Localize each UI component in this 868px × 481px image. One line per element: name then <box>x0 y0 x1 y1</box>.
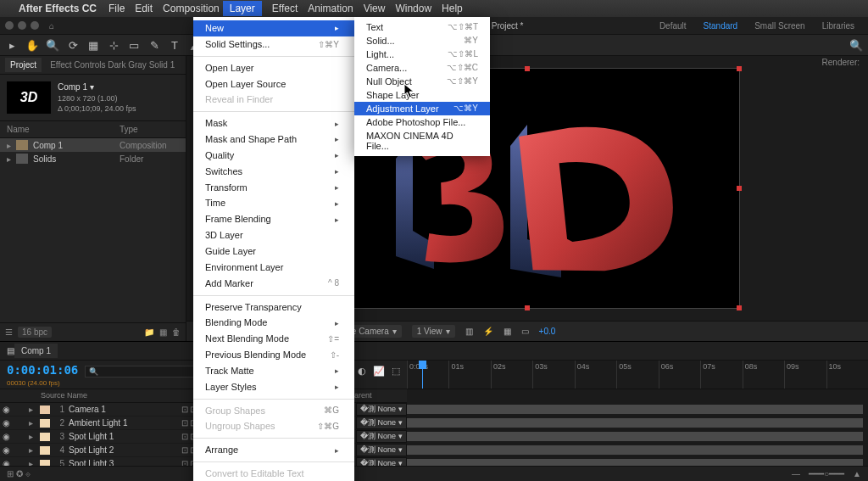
shape-tool-icon[interactable]: ▭ <box>127 38 141 52</box>
comp-thumbnail[interactable]: 3D <box>7 81 51 114</box>
zoom-in-icon[interactable]: ▲ <box>853 469 861 478</box>
zoom-tool-icon[interactable]: 🔍 <box>46 38 59 52</box>
exposure-value[interactable]: +0.0 <box>539 327 556 336</box>
menu-item[interactable]: Camera...⌥⇧⌘C <box>354 61 490 75</box>
menu-item[interactable]: Null Object⌥⇧⌘Y <box>354 75 490 88</box>
views-dd[interactable]: 1 View▾ <box>412 325 455 338</box>
home-icon[interactable]: ⌂ <box>49 21 54 31</box>
render-queue-icon[interactable]: ▤ <box>7 346 14 355</box>
transparency-icon[interactable]: ▦ <box>504 327 511 336</box>
menu-item[interactable]: Solid Settings...⇧⌘Y <box>193 36 354 53</box>
menu-item[interactable]: Shape Layer <box>354 88 490 102</box>
rotate-tool-icon[interactable]: ⟳ <box>66 38 80 52</box>
menubar-file[interactable]: File <box>108 3 125 14</box>
menubar-layer[interactable]: Layer <box>223 1 262 16</box>
col-type[interactable]: Type <box>120 125 179 134</box>
visibility-icon[interactable]: ◉ <box>0 418 12 428</box>
menu-item[interactable]: Track Matte <box>193 363 354 379</box>
menubar-effect[interactable]: Effect <box>272 3 298 14</box>
col-source[interactable]: Source Name <box>41 389 151 402</box>
menu-item[interactable]: Solid...⌘Y <box>354 34 490 48</box>
layer-row[interactable]: ◉ ▸ 5 Spot Light 3 ⊡ ⊡ �測 None ▾ <box>0 457 868 466</box>
menubar-edit[interactable]: Edit <box>135 3 153 14</box>
visibility-icon[interactable]: ◉ <box>0 432 12 441</box>
hand-tool-icon[interactable]: ✋ <box>25 38 39 52</box>
camera-tool-icon[interactable]: ▦ <box>86 38 100 52</box>
toggle-switches-icon[interactable]: ⊞ ✪ ⟐ <box>7 469 31 478</box>
menu-item[interactable]: Adjustment Layer⌥⌘Y <box>354 102 490 115</box>
ruler-tick: 0:00s <box>407 361 448 389</box>
panel-tab[interactable]: Project <box>5 58 42 72</box>
workspace-default[interactable]: Default <box>651 20 695 32</box>
menu-item[interactable]: Blending Mode <box>193 315 354 331</box>
workspace-libraries[interactable]: Libraries <box>814 20 863 32</box>
new-folder-icon[interactable]: 📁 <box>144 327 154 337</box>
current-timecode[interactable]: 0:00:01:06 <box>7 363 78 377</box>
zoom-slider[interactable]: ━━━○━━━ <box>809 469 844 478</box>
menubar-window[interactable]: Window <box>395 3 431 14</box>
pen-tool-icon[interactable]: ✎ <box>147 38 161 52</box>
menu-item[interactable]: Transform <box>193 180 354 196</box>
new-comp-icon[interactable]: ▦ <box>159 327 167 337</box>
fast-preview-icon[interactable]: ⚡ <box>483 327 493 336</box>
motion-blur-icon[interactable]: ◐ <box>358 366 366 377</box>
col-name[interactable]: Name <box>7 125 120 134</box>
layer-row[interactable]: ◉ ▸ 1 Camera 1 ⊡ ⊡ �測 None ▾ <box>0 403 868 417</box>
menu-item[interactable]: Guide Layer <box>193 243 354 260</box>
draft3d-icon[interactable]: ⬚ <box>392 366 400 377</box>
menu-item[interactable]: Mask and Shape Path <box>193 131 354 148</box>
layer-row[interactable]: ◉ ▸ 3 Spot Light 1 ⊡ ⊡ �測 None ▾ <box>0 430 868 444</box>
graph-icon[interactable]: 📈 <box>373 366 385 377</box>
visibility-icon[interactable]: ◉ <box>0 459 12 466</box>
menu-item[interactable]: Mask <box>193 115 354 131</box>
trash-icon[interactable]: 🗑 <box>172 327 181 337</box>
traffic-lights[interactable] <box>5 21 39 30</box>
region-icon[interactable]: ▭ <box>521 327 529 336</box>
menu-item[interactable]: New <box>193 20 354 36</box>
project-item[interactable]: ▸Comp 1Composition <box>0 138 186 152</box>
menu-item[interactable]: Next Blending Mode⇧= <box>193 331 354 347</box>
menu-item[interactable]: Quality <box>193 148 354 164</box>
menu-item[interactable]: Light...⌥⇧⌘L <box>354 48 490 61</box>
menu-item[interactable]: Adobe Photoshop File... <box>354 115 490 129</box>
search-icon[interactable]: 🔍 <box>849 38 863 52</box>
visibility-icon[interactable]: ◉ <box>0 405 12 414</box>
panel-tab[interactable]: Effect Controls Dark Gray Solid 1 <box>45 58 180 72</box>
workspace-small-screen[interactable]: Small Screen <box>746 20 813 32</box>
layer-row[interactable]: ◉ ▸ 2 Ambient Light 1 ⊡ ⊡ �測 None ▾ <box>0 417 868 430</box>
menu-item[interactable]: Open Layer Source <box>193 76 354 92</box>
current-time-indicator[interactable] <box>422 361 423 389</box>
timeline-tab[interactable]: Comp 1 <box>14 344 58 358</box>
menu-item[interactable]: Switches <box>193 164 354 180</box>
menu-item[interactable]: Environment Layer <box>193 260 354 276</box>
menu-item[interactable]: Add Marker^ 8 <box>193 276 354 292</box>
workspace-standard[interactable]: Standard <box>695 20 747 32</box>
interpret-icon[interactable]: ☰ <box>5 327 13 337</box>
anchor-tool-icon[interactable]: ⊹ <box>107 38 120 52</box>
time-ruler[interactable]: 0:00s01s02s03s04s05s06s07s08s09s10s <box>407 361 868 389</box>
bpc-toggle[interactable]: 16 bpc <box>18 327 52 338</box>
menu-item[interactable]: Open Layer <box>193 60 354 76</box>
type-tool-icon[interactable]: T <box>168 38 181 52</box>
menu-item[interactable]: Frame Blending <box>193 211 354 227</box>
pixel-aspect-icon[interactable]: ▥ <box>465 327 473 336</box>
menu-item[interactable]: Text⌥⇧⌘T <box>354 20 490 34</box>
app-name[interactable]: After Effects CC <box>19 3 97 14</box>
zoom-out-icon[interactable]: — <box>792 469 800 478</box>
selection-tool-icon[interactable]: ▸ <box>5 38 19 52</box>
menu-item[interactable]: 3D Layer <box>193 227 354 243</box>
menu-item[interactable]: Preserve Transparency <box>193 299 354 316</box>
menubar-view[interactable]: View <box>364 3 386 14</box>
menubar-animation[interactable]: Animation <box>308 3 353 14</box>
menu-item[interactable]: Time <box>193 195 354 211</box>
menu-item[interactable]: MAXON CINEMA 4D File... <box>354 129 490 153</box>
menu-item[interactable]: Layer Styles <box>193 379 354 395</box>
menubar-composition[interactable]: Composition <box>163 3 220 14</box>
menu-item[interactable]: Arrange <box>193 442 354 458</box>
menu-item[interactable]: Previous Blending Mode⇧- <box>193 347 354 363</box>
layer-row[interactable]: ◉ ▸ 4 Spot Light 2 ⊡ ⊡ �測 None ▾ <box>0 444 868 457</box>
visibility-icon[interactable]: ◉ <box>0 445 12 455</box>
project-item[interactable]: ▸SolidsFolder <box>0 152 186 165</box>
menubar-help[interactable]: Help <box>442 3 463 14</box>
comp-name[interactable]: Comp 1 ▾ <box>58 81 136 93</box>
